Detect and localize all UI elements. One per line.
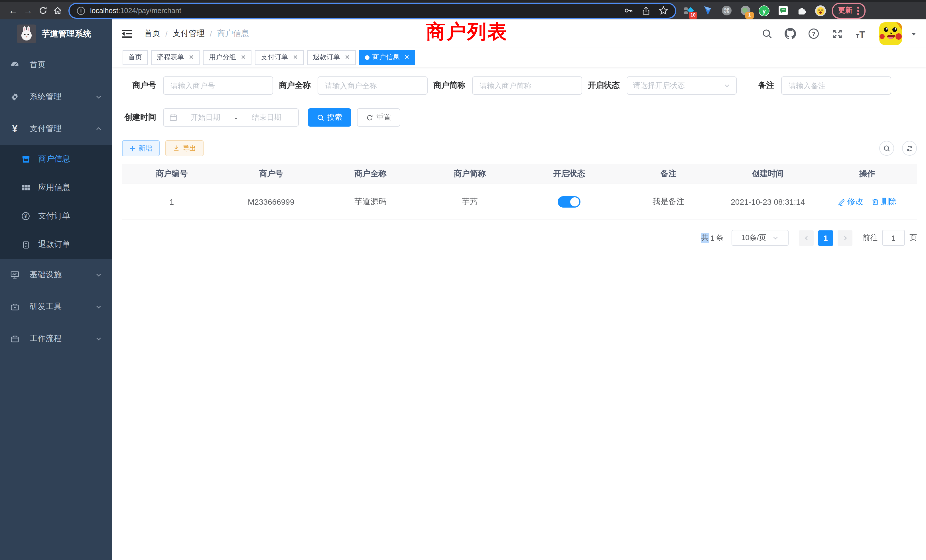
edit-link[interactable]: 修改 (838, 197, 863, 207)
sidebar-item-label: 研发工具 (30, 302, 62, 312)
goto-label: 前往 (863, 233, 878, 243)
close-icon[interactable]: ✕ (293, 54, 298, 61)
page-unit-label: 页 (909, 233, 917, 243)
refresh-table-button[interactable] (902, 141, 917, 156)
dashboard-icon (10, 61, 20, 70)
chevron-down-icon (95, 335, 102, 342)
github-icon[interactable] (785, 28, 796, 39)
sidebar-item-merchant-info[interactable]: 商户信息 (0, 145, 112, 173)
sidebar-item-dev-tools[interactable]: 研发工具 (0, 291, 112, 323)
sidebar-item-pay[interactable]: ¥ 支付管理 (0, 113, 112, 145)
prev-page-button[interactable] (799, 230, 814, 245)
search-button[interactable]: 搜索 (308, 108, 351, 127)
goto-page-input[interactable] (882, 230, 905, 246)
sidebar-item-label: 支付管理 (30, 124, 62, 134)
col-actions: 操作 (818, 169, 917, 179)
browser-refresh-icon[interactable] (35, 3, 50, 18)
yuque-extension-icon[interactable]: y (758, 5, 770, 16)
star-icon[interactable] (658, 6, 668, 15)
browser-update-button[interactable]: 更新 (832, 3, 865, 18)
tab-user-group[interactable]: 用户分组✕ (203, 50, 251, 65)
sidebar: 芋道管理系统 首页 系统管理 ¥ 支付管理 (0, 20, 112, 560)
fullscreen-icon[interactable] (831, 28, 843, 39)
reset-button[interactable]: 重置 (357, 108, 400, 127)
kite-extension-icon[interactable] (702, 5, 713, 16)
remark-input[interactable] (781, 76, 891, 95)
browser-back-icon[interactable]: ← (6, 3, 21, 18)
filter-row-2: 创建时间 开始日期 - 结束日期 搜索 重置 (122, 108, 917, 127)
extensions-puzzle-icon[interactable] (796, 5, 807, 16)
url-text[interactable]: localhost:1024/pay/merchant (90, 6, 181, 15)
close-icon[interactable]: ✕ (241, 54, 246, 61)
breadcrumb-home[interactable]: 首页 (144, 29, 160, 39)
sidebar-logo[interactable]: 芋道管理系统 (0, 20, 112, 48)
key-icon[interactable] (624, 6, 634, 15)
full-name-input[interactable] (318, 76, 428, 95)
col-full-name: 商户全称 (321, 169, 420, 179)
tab-merchant-info[interactable]: 商户信息✕ (359, 50, 415, 65)
merchant-no-input[interactable] (163, 76, 273, 95)
breadcrumb-pay[interactable]: 支付管理 (173, 29, 205, 39)
share-icon[interactable] (642, 6, 651, 15)
short-name-input[interactable] (472, 76, 582, 95)
briefcase-icon (10, 334, 20, 343)
search-icon[interactable] (761, 28, 773, 39)
browser-forward-icon[interactable]: → (21, 3, 35, 18)
info-icon[interactable] (76, 6, 86, 15)
tab-refund-order[interactable]: 退款订单✕ (307, 50, 356, 65)
sidebar-item-workflow[interactable]: 工作流程 (0, 323, 112, 355)
pagination-total: 共1条 (701, 233, 723, 243)
chat-extension-icon[interactable] (777, 5, 788, 16)
refresh-icon (906, 145, 913, 152)
plus-icon (129, 145, 136, 151)
close-icon[interactable]: ✕ (189, 54, 194, 61)
sidebar-item-label: 系统管理 (30, 92, 62, 102)
font-size-icon[interactable]: TT (855, 28, 866, 39)
pikachu-avatar[interactable] (879, 22, 902, 45)
sidebar-item-system[interactable]: 系统管理 (0, 81, 112, 113)
svg-text:¥: ¥ (24, 213, 27, 219)
kebab-menu-icon (857, 6, 859, 15)
page-number-1[interactable]: 1 (818, 230, 833, 245)
command-extension-icon[interactable]: ⌘ (721, 5, 732, 16)
navbar: 首页 / 支付管理 / 商户信息 ? TT (112, 20, 926, 48)
store-icon (21, 154, 30, 163)
breadcrumb-current: 商户信息 (217, 29, 249, 39)
col-merchant-no: 商户号 (221, 169, 321, 179)
toggle-search-button[interactable] (879, 141, 894, 156)
caret-down-icon[interactable] (911, 30, 917, 37)
tab-home[interactable]: 首页 (123, 50, 148, 65)
close-icon[interactable]: ✕ (345, 54, 350, 61)
delete-link[interactable]: 删除 (871, 197, 897, 207)
next-page-button[interactable] (838, 230, 852, 245)
hamburger-icon[interactable] (118, 25, 135, 42)
update-label: 更新 (838, 6, 852, 15)
page-size-select[interactable]: 10条/页 (732, 230, 788, 246)
tags-view-bar: 首页 流程表单✕ 用户分组✕ 支付订单✕ 退款订单✕ 商户信息✕ (112, 48, 926, 67)
svg-text:?: ? (812, 30, 816, 37)
sidebar-item-refund-order[interactable]: 退款订单 (0, 230, 112, 259)
status-extension-icon[interactable]: 1 (740, 5, 751, 16)
sidebar-item-infra[interactable]: 基础设施 (0, 259, 112, 291)
status-toggle[interactable] (558, 196, 581, 207)
sidebar-item-label: 退款订单 (38, 239, 70, 250)
status-select[interactable]: 请选择开启状态 (626, 76, 737, 95)
toolbox-icon (10, 302, 20, 311)
tab-pay-order[interactable]: 支付订单✕ (255, 50, 304, 65)
export-button[interactable]: 导出 (165, 140, 204, 156)
help-icon[interactable]: ? (808, 28, 819, 39)
tab-process-form[interactable]: 流程表单✕ (151, 50, 200, 65)
table-toolbar: 新增 导出 (122, 140, 917, 156)
sidebar-item-home[interactable]: 首页 (0, 49, 112, 81)
sidekick-extension-icon[interactable]: 10 (683, 5, 694, 16)
url-bar[interactable]: localhost:1024/pay/merchant (70, 4, 675, 17)
sidebar-item-app-info[interactable]: 应用信息 (0, 173, 112, 202)
browser-home-icon[interactable] (50, 3, 65, 18)
close-icon[interactable]: ✕ (404, 54, 409, 61)
sidebar-item-pay-order[interactable]: ¥ 支付订单 (0, 202, 112, 230)
search-icon (317, 114, 324, 121)
pagination: 共1条 10条/页 1 前往 页 (122, 230, 917, 246)
create-time-range-picker[interactable]: 开始日期 - 结束日期 (163, 108, 299, 127)
emoji-profile-icon[interactable] (815, 5, 826, 16)
add-button[interactable]: 新增 (122, 140, 160, 156)
